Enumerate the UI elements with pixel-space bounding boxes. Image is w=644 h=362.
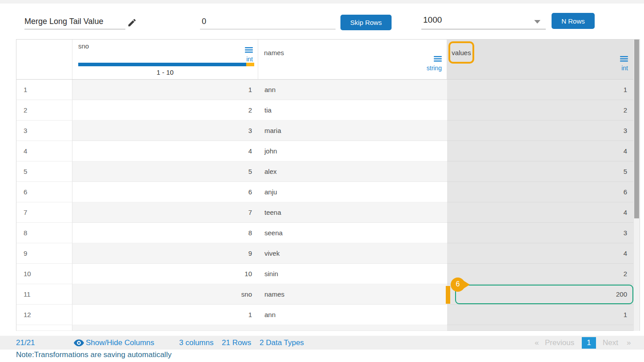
values-cell[interactable]: 1 6 xyxy=(447,80,633,100)
table-row: 5 5 alex 5 6 xyxy=(16,161,640,182)
toolbar: Skip Rows 1000 N Rows xyxy=(0,4,644,39)
skip-rows-button[interactable]: Skip Rows xyxy=(340,15,392,30)
chevron-down-icon xyxy=(534,20,540,24)
sno-cell[interactable]: 2 xyxy=(72,100,258,121)
sno-cell[interactable]: 1 xyxy=(72,80,258,100)
top-strip xyxy=(0,0,644,4)
n-rows-select[interactable]: 1000 xyxy=(421,13,546,29)
row-index-cell: 5 xyxy=(16,161,72,182)
histogram-bar xyxy=(78,63,254,66)
values-cell[interactable]: 3 6 xyxy=(447,121,633,141)
vertical-scrollbar[interactable] xyxy=(633,40,640,331)
eye-icon xyxy=(74,339,84,346)
row-index-cell: 8 xyxy=(16,223,72,243)
column-header-values: values int xyxy=(447,40,633,79)
rows-shown-count: 21/21 xyxy=(16,338,35,347)
values-cell[interactable]: 2 6 xyxy=(447,264,633,284)
sno-cell[interactable]: 8 xyxy=(72,223,258,243)
table-header: sno int 1 - 10 names string values int xyxy=(16,40,640,80)
column-label: values xyxy=(452,49,471,56)
data-table: sno int 1 - 10 names string values int xyxy=(16,39,640,331)
sno-cell[interactable]: 9 xyxy=(72,243,258,264)
sno-cell[interactable]: 10 xyxy=(72,264,258,284)
status-bar: 21/21 Show/Hide Columns 3 columns 21 Row… xyxy=(0,336,644,350)
names-cell[interactable]: anju xyxy=(258,182,447,202)
data-types-summary: 2 Data Types xyxy=(260,338,304,347)
previous-page-button[interactable]: Previous xyxy=(545,338,574,347)
next-page-button[interactable]: Next xyxy=(603,338,618,347)
row-index-cell: 11 xyxy=(16,284,72,305)
next-page-icon[interactable]: » xyxy=(627,338,631,347)
sno-cell[interactable]: 7 xyxy=(72,202,258,223)
names-cell[interactable]: ann xyxy=(258,305,447,325)
histogram-bar-tip xyxy=(246,63,254,66)
names-cell[interactable]: tia xyxy=(258,100,447,121)
values-cell[interactable]: 4 6 xyxy=(447,243,633,264)
skip-rows-input[interactable] xyxy=(200,14,336,29)
table-body: 1 1 ann 1 6 2 2 tia 2 xyxy=(16,80,640,325)
column-menu-icon[interactable] xyxy=(245,47,253,53)
names-cell[interactable]: vivek xyxy=(258,243,447,264)
names-cell[interactable]: alex xyxy=(258,161,447,182)
row-index-cell: 3 xyxy=(16,121,72,141)
index-header-cell xyxy=(16,40,72,79)
column-label: names xyxy=(264,49,284,56)
names-cell[interactable]: seena xyxy=(258,223,447,243)
row-index-cell: 1 xyxy=(16,80,72,100)
n-rows-value: 1000 xyxy=(423,15,442,25)
values-cell[interactable]: 1 6 xyxy=(447,305,633,325)
previous-page-icon[interactable]: « xyxy=(535,338,539,347)
table-row: 12 1 ann 1 6 xyxy=(16,305,640,325)
table-row: 9 9 vivek 4 6 xyxy=(16,243,640,264)
names-cell[interactable]: sinin xyxy=(258,264,447,284)
names-cell[interactable]: john xyxy=(258,141,447,161)
column-header-names: names string xyxy=(258,40,447,79)
table-row: 6 6 anju 6 6 xyxy=(16,182,640,202)
table-row: 11 sno names 200 6 xyxy=(16,284,640,305)
table-row: 4 4 john 4 6 xyxy=(16,141,640,161)
row-index-cell: 6 xyxy=(16,182,72,202)
values-cell[interactable]: 5 6 xyxy=(447,161,633,182)
table-row: 7 7 teena 4 6 xyxy=(16,202,640,223)
table-row-partial xyxy=(16,325,640,331)
sno-cell[interactable]: 1 xyxy=(72,305,258,325)
values-cell[interactable]: 3 6 xyxy=(447,223,633,243)
selected-column-highlight-box[interactable]: values xyxy=(448,41,474,64)
row-index-cell: 4 xyxy=(16,141,72,161)
values-cell[interactable]: 6 6 xyxy=(447,182,633,202)
values-cell[interactable]: 4 6 xyxy=(447,141,633,161)
sno-cell[interactable]: 3 xyxy=(72,121,258,141)
row-index-cell: 12 xyxy=(16,305,72,325)
values-cell[interactable]: 2 6 xyxy=(447,100,633,121)
column-header-sno: sno int 1 - 10 xyxy=(72,40,258,79)
table-row: 2 2 tia 2 6 xyxy=(16,100,640,121)
values-cell[interactable]: 200 6 xyxy=(447,284,633,305)
rows-summary: 21 Rows xyxy=(222,338,251,347)
names-cell[interactable]: names xyxy=(258,284,447,305)
edit-pencil-icon[interactable] xyxy=(127,17,137,28)
sno-cell[interactable]: 5 xyxy=(72,161,258,182)
table-row: 3 3 maria 3 6 xyxy=(16,121,640,141)
column-label: sno xyxy=(78,42,89,50)
histogram-range-label: 1 - 10 xyxy=(72,68,258,76)
names-cell[interactable]: ann xyxy=(258,80,447,100)
table-row: 8 8 seena 3 6 xyxy=(16,223,640,243)
column-menu-icon[interactable] xyxy=(620,56,628,62)
names-cell[interactable]: teena xyxy=(258,202,447,223)
names-cell[interactable]: maria xyxy=(258,121,447,141)
transform-name-input[interactable] xyxy=(24,14,125,29)
column-menu-icon[interactable] xyxy=(434,56,442,62)
column-type-badge: int xyxy=(246,56,253,63)
sno-cell[interactable]: 4 xyxy=(72,141,258,161)
column-type-badge: string xyxy=(427,64,442,72)
sno-cell[interactable]: 6 xyxy=(72,182,258,202)
n-rows-button[interactable]: N Rows xyxy=(552,13,595,29)
sno-cell[interactable]: sno xyxy=(72,284,258,305)
table-row: 1 1 ann 1 6 xyxy=(16,80,640,100)
annotation-bar xyxy=(446,286,450,304)
values-cell[interactable]: 4 6 xyxy=(447,202,633,223)
show-hide-columns-button[interactable]: Show/Hide Columns xyxy=(86,338,154,347)
scrollbar-thumb[interactable] xyxy=(634,40,639,218)
row-index-cell: 2 xyxy=(16,100,72,121)
current-page-button[interactable]: 1 xyxy=(582,337,596,349)
